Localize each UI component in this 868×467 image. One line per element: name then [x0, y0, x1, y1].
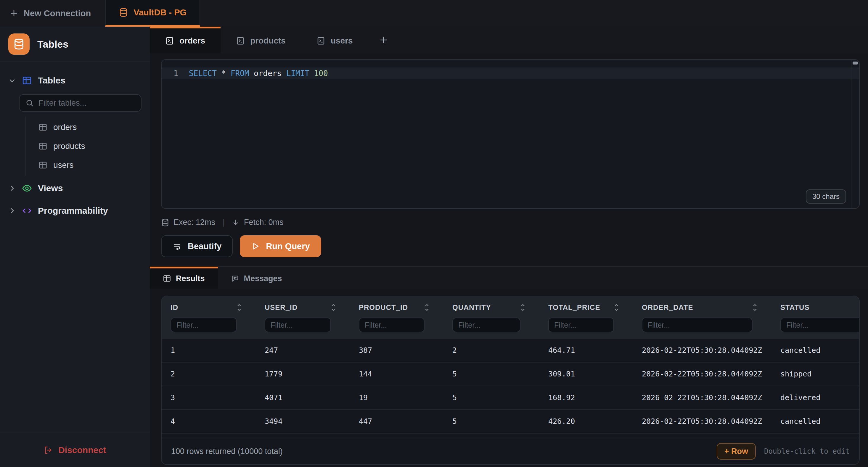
filter-input-total-price[interactable] — [548, 317, 614, 332]
cell-order-date[interactable]: 2026-02-22T05:30:28.044092Z — [633, 434, 772, 438]
query-tab-orders[interactable]: orders — [150, 27, 221, 53]
results-tab-strip: Results Messages — [150, 266, 868, 288]
cell-quantity[interactable]: 5 — [443, 410, 539, 433]
cell-product-id[interactable]: 387 — [350, 339, 443, 362]
table-row[interactable]: 2 1779 144 5 309.01 2026-02-22T05:30:28.… — [162, 363, 859, 386]
sql-file-icon — [165, 36, 174, 45]
beautify-button[interactable]: Beautify — [161, 235, 233, 257]
cell-user-id[interactable]: 4071 — [256, 386, 350, 409]
query-tab-label: users — [331, 36, 353, 45]
column-header-product-id[interactable]: PRODUCT_ID — [350, 302, 443, 313]
cell-product-id[interactable]: 91 — [350, 434, 443, 438]
tab-messages[interactable]: Messages — [218, 267, 295, 288]
column-header-order-date[interactable]: ORDER_DATE — [633, 302, 772, 313]
table-row[interactable]: 1 247 387 2 464.71 2026-02-22T05:30:28.0… — [162, 339, 859, 363]
query-tab-label: orders — [179, 36, 205, 45]
table-row[interactable]: 3 4071 19 5 168.92 2026-02-22T05:30:28.0… — [162, 386, 859, 410]
new-connection-label: New Connection — [24, 8, 91, 18]
tree-group-programmability-label: Programmability — [38, 206, 108, 216]
column-header-total-price[interactable]: TOTAL_PRICE — [539, 302, 633, 313]
filter-input-user-id[interactable] — [265, 317, 331, 332]
cell-quantity[interactable]: 5 — [443, 386, 539, 409]
download-arrow-icon — [231, 218, 240, 227]
sidebar-title: Tables — [37, 38, 68, 50]
cell-status[interactable]: shipped — [772, 363, 859, 385]
sort-icon[interactable] — [236, 303, 243, 312]
cell-total-price[interactable]: 400.00 — [539, 434, 633, 438]
tree-group-views[interactable]: Views — [0, 178, 150, 198]
cell-status[interactable]: cancelled — [772, 410, 859, 433]
filter-input-product-id[interactable] — [359, 317, 425, 332]
cell-quantity[interactable]: 2 — [443, 339, 539, 362]
cell-id[interactable]: 1 — [162, 339, 256, 362]
tree-item-users[interactable]: users — [26, 156, 150, 175]
cell-total-price[interactable]: 464.71 — [539, 339, 633, 362]
query-tab-users[interactable]: users — [301, 27, 368, 53]
cell-product-id[interactable]: 19 — [350, 386, 443, 409]
tree-group-programmability[interactable]: Programmability — [0, 201, 150, 221]
sidebar: Tables Tables — [0, 27, 150, 467]
filter-input-quantity[interactable] — [452, 317, 521, 332]
column-header-user-id[interactable]: USER_ID — [256, 302, 350, 313]
table-filter-input[interactable] — [38, 98, 143, 108]
sort-icon[interactable] — [330, 303, 337, 312]
cell-order-date[interactable]: 2026-02-22T05:30:28.044092Z — [633, 410, 772, 433]
cell-quantity[interactable]: 5 — [443, 363, 539, 385]
cell-quantity[interactable]: 4 — [443, 434, 539, 438]
cell-user-id[interactable]: 3494 — [256, 410, 350, 433]
table-row[interactable]: 4 3494 447 5 426.20 2026-02-22T05:30:28.… — [162, 410, 859, 434]
tree-item-orders[interactable]: orders — [26, 118, 150, 137]
cell-product-id[interactable]: 144 — [350, 363, 443, 385]
cell-product-id[interactable]: 447 — [350, 410, 443, 433]
run-query-button[interactable]: Run Query — [240, 235, 321, 257]
table-row[interactable]: 5 71 91 4 400.00 2026-02-22T05:30:28.044… — [162, 434, 859, 438]
code-line-1: 1 SELECT * FROM orders LIMIT 100 — [162, 67, 859, 79]
connection-tab-vaultdb[interactable]: VaultDB - PG — [105, 0, 200, 27]
tree-item-products[interactable]: products — [26, 137, 150, 156]
tab-results[interactable]: Results — [150, 267, 218, 288]
results-filter-row — [162, 313, 859, 339]
filter-input-id[interactable] — [170, 317, 237, 332]
cell-status[interactable]: delivered — [772, 386, 859, 409]
sql-editor[interactable]: 1 SELECT * FROM orders LIMIT 100 30 char… — [161, 59, 860, 209]
new-connection-tab[interactable]: New Connection — [0, 0, 105, 27]
editor-scrollbar[interactable] — [851, 60, 859, 208]
cell-id[interactable]: 3 — [162, 386, 256, 409]
disconnect-label: Disconnect — [58, 445, 106, 455]
column-header-id[interactable]: ID — [162, 302, 256, 313]
cell-total-price[interactable]: 309.01 — [539, 363, 633, 385]
cell-status[interactable]: cancelled — [772, 434, 859, 438]
column-header-status[interactable]: STATUS — [772, 302, 860, 313]
filter-input-status[interactable] — [780, 317, 860, 332]
scrollbar-thumb[interactable] — [852, 62, 858, 64]
tree-group-tables[interactable]: Tables — [0, 70, 150, 91]
sort-icon[interactable] — [423, 303, 430, 312]
cell-user-id[interactable]: 247 — [256, 339, 350, 362]
results-footer: 100 rows returned (10000 total) + Row Do… — [162, 438, 859, 464]
cell-order-date[interactable]: 2026-02-22T05:30:28.044092Z — [633, 386, 772, 409]
cell-user-id[interactable]: 1779 — [256, 363, 350, 385]
cell-order-date[interactable]: 2026-02-22T05:30:28.044092Z — [633, 339, 772, 362]
cell-id[interactable]: 4 — [162, 410, 256, 433]
new-query-tab-button[interactable] — [368, 27, 399, 53]
disconnect-button[interactable]: Disconnect — [43, 445, 106, 455]
cell-id[interactable]: 5 — [162, 434, 256, 438]
sort-icon[interactable] — [613, 303, 620, 312]
sort-icon[interactable] — [519, 303, 526, 312]
sort-icon[interactable] — [751, 303, 758, 312]
row-count-summary: 100 rows returned (10000 total) — [171, 447, 708, 456]
cell-status[interactable]: cancelled — [772, 339, 859, 362]
cell-user-id[interactable]: 71 — [256, 434, 350, 438]
beautify-label: Beautify — [188, 242, 221, 251]
cell-order-date[interactable]: 2026-02-22T05:30:28.044092Z — [633, 363, 772, 385]
add-row-button[interactable]: + Row — [717, 443, 756, 460]
column-header-quantity[interactable]: QUANTITY — [443, 302, 539, 313]
sql-operator: * — [221, 69, 226, 78]
cell-total-price[interactable]: 168.92 — [539, 386, 633, 409]
filter-input-order-date[interactable] — [642, 317, 752, 332]
query-tab-products[interactable]: products — [221, 27, 301, 53]
table-filter-box — [19, 94, 142, 112]
code-area: 1 SELECT * FROM orders LIMIT 100 — [162, 60, 859, 79]
cell-total-price[interactable]: 426.20 — [539, 410, 633, 433]
cell-id[interactable]: 2 — [162, 363, 256, 385]
